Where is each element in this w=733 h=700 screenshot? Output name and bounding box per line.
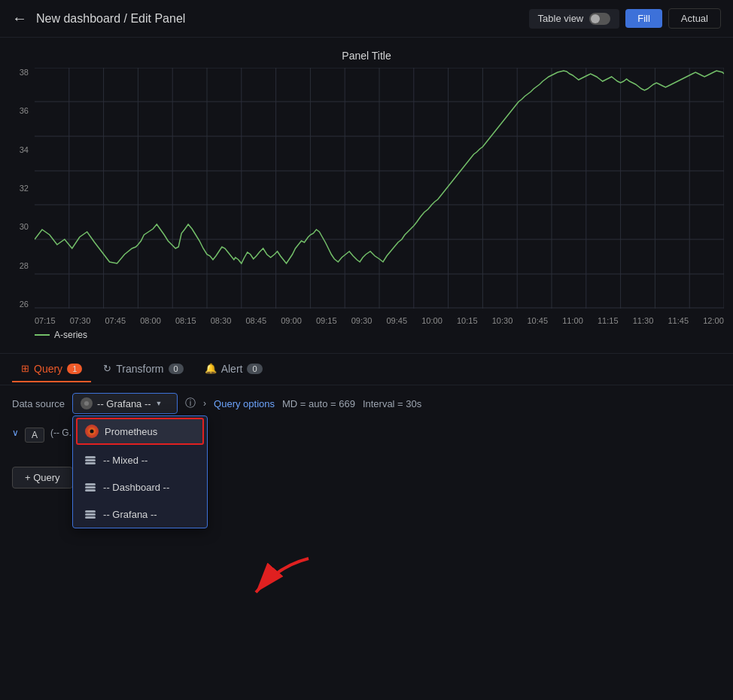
dropdown-item-mixed[interactable]: -- Mixed -- (73, 446, 207, 473)
dashboard-db-icon (84, 480, 97, 494)
datasource-dropdown-menu: Prometheus -- Mixed -- -- Dashboard -- (72, 415, 208, 528)
transform-tab-label: Transform (116, 363, 163, 375)
chart-svg (35, 68, 724, 309)
datasource-dropdown-container: -- Grafana -- ▼ Prometheus (72, 393, 178, 414)
tab-query[interactable]: ⊞ Query 1 (12, 357, 91, 382)
add-query-button[interactable]: + Query (12, 467, 73, 488)
alert-tab-icon: 🔔 (205, 363, 217, 374)
grafana-icon (81, 397, 93, 409)
prometheus-icon (85, 425, 99, 438)
query-row-expand[interactable]: ∨ (12, 428, 19, 438)
query-meta-md: MD = auto = 669 (282, 398, 355, 409)
prometheus-label: Prometheus (105, 426, 157, 437)
query-tab-label: Query (34, 363, 62, 375)
grafana-label: -- Grafana -- (103, 509, 157, 520)
chart-container: Panel Title 38 36 34 32 30 28 26 (0, 38, 733, 354)
query-label-badge: A (25, 428, 44, 443)
y-axis-labels: 38 36 34 32 30 28 26 (9, 68, 32, 309)
dropdown-item-grafana[interactable]: -- Grafana -- (73, 501, 207, 528)
transform-tab-badge: 0 (169, 364, 184, 374)
grafana-db-icon (84, 507, 97, 521)
tab-alert[interactable]: 🔔 Alert 0 (196, 357, 272, 382)
table-view-label: Table view (538, 13, 584, 24)
query-meta-interval: Interval = 30s (363, 398, 421, 409)
query-options-arrow: › (203, 398, 206, 409)
datasource-value: -- Grafana -- (97, 398, 151, 409)
fill-button[interactable]: Fill (625, 9, 662, 28)
legend-line (35, 334, 50, 336)
mixed-icon (84, 453, 97, 467)
svg-point-31 (90, 430, 94, 434)
datasource-row: Data source -- Grafana -- ▼ (0, 385, 733, 422)
dropdown-item-dashboard[interactable]: -- Dashboard -- (73, 473, 207, 501)
tabs-bar: ⊞ Query 1 ↻ Transform 0 🔔 Alert 0 (0, 354, 733, 385)
chart-title: Panel Title (9, 50, 724, 62)
dropdown-caret-icon: ▼ (156, 400, 163, 407)
header-controls: Table view Fill Actual (529, 8, 721, 29)
query-tab-icon: ⊞ (21, 363, 29, 374)
x-axis-labels: 07:15 07:30 07:45 08:00 08:15 08:30 08:4… (35, 316, 724, 325)
toggle-switch[interactable] (589, 13, 610, 25)
mixed-label: -- Mixed -- (103, 455, 148, 466)
query-section: ⊞ Query 1 ↻ Transform 0 🔔 Alert 0 Data s… (0, 354, 733, 495)
back-button[interactable]: ← (12, 10, 27, 27)
query-options-link[interactable]: Query options (214, 398, 275, 409)
legend-label: A-series (54, 330, 87, 340)
alert-tab-label: Alert (221, 363, 243, 375)
page-title: New dashboard / Edit Panel (36, 12, 185, 26)
chart-inner: 38 36 34 32 30 28 26 (9, 68, 724, 346)
datasource-label: Data source (12, 398, 65, 409)
annotation-arrow (233, 551, 324, 611)
svg-point-29 (84, 401, 89, 406)
dropdown-item-prometheus[interactable]: Prometheus (76, 418, 204, 445)
info-button[interactable]: ⓘ (185, 397, 196, 410)
alert-tab-badge: 0 (247, 364, 262, 374)
header: ← New dashboard / Edit Panel Table view … (0, 0, 733, 38)
table-view-toggle[interactable]: Table view (529, 9, 620, 29)
transform-tab-icon: ↻ (103, 363, 111, 374)
query-tab-badge: 1 (67, 364, 82, 374)
actual-button[interactable]: Actual (668, 8, 721, 29)
tab-transform[interactable]: ↻ Transform 0 (94, 357, 192, 382)
chart-legend: A-series (35, 330, 87, 340)
datasource-select[interactable]: -- Grafana -- ▼ (72, 393, 178, 414)
dashboard-label: -- Dashboard -- (103, 482, 169, 493)
